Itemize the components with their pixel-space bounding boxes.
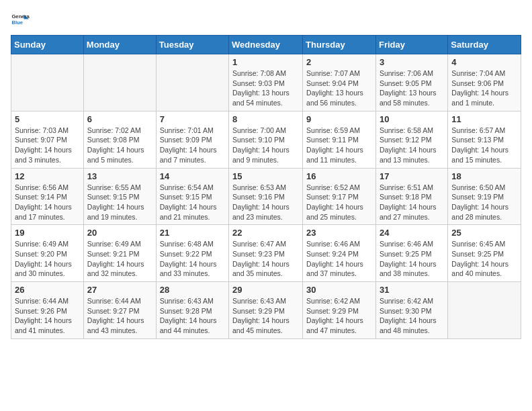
- day-info: Sunrise: 7:03 AM Sunset: 9:07 PM Dayligh…: [15, 126, 80, 165]
- day-info: Sunrise: 7:07 AM Sunset: 9:04 PM Dayligh…: [306, 68, 372, 108]
- calendar-table: SundayMondayTuesdayWednesdayThursdayFrid…: [11, 35, 521, 339]
- day-number: 29: [232, 285, 299, 295]
- calendar-cell: 20Sunrise: 6:49 AM Sunset: 9:21 PM Dayli…: [83, 225, 156, 282]
- day-number: 1: [232, 57, 299, 67]
- col-header-sunday: Sunday: [11, 36, 84, 54]
- day-number: 3: [380, 57, 444, 67]
- calendar-cell: 23Sunrise: 6:46 AM Sunset: 9:24 PM Dayli…: [303, 225, 376, 282]
- day-info: Sunrise: 7:06 AM Sunset: 9:05 PM Dayligh…: [380, 68, 444, 108]
- day-info: Sunrise: 6:53 AM Sunset: 9:16 PM Dayligh…: [232, 183, 299, 222]
- calendar-week-5: 26Sunrise: 6:44 AM Sunset: 9:26 PM Dayli…: [11, 282, 521, 339]
- calendar-cell: 19Sunrise: 6:49 AM Sunset: 9:20 PM Dayli…: [11, 225, 84, 282]
- day-info: Sunrise: 6:48 AM Sunset: 9:22 PM Dayligh…: [160, 239, 225, 279]
- calendar-cell: 31Sunrise: 6:42 AM Sunset: 9:30 PM Dayli…: [375, 282, 447, 339]
- calendar-cell: [156, 54, 228, 111]
- day-info: Sunrise: 6:46 AM Sunset: 9:25 PM Dayligh…: [380, 239, 444, 279]
- calendar-cell: 17Sunrise: 6:51 AM Sunset: 9:18 PM Dayli…: [375, 168, 447, 225]
- day-info: Sunrise: 6:55 AM Sunset: 9:15 PM Dayligh…: [87, 183, 152, 222]
- day-number: 24: [380, 228, 444, 238]
- day-info: Sunrise: 6:50 AM Sunset: 9:19 PM Dayligh…: [451, 183, 517, 222]
- calendar-cell: 1Sunrise: 7:08 AM Sunset: 9:03 PM Daylig…: [229, 54, 303, 111]
- calendar-cell: 16Sunrise: 6:52 AM Sunset: 9:17 PM Dayli…: [303, 168, 376, 225]
- day-number: 9: [306, 114, 372, 124]
- logo: General Blue: [11, 11, 30, 30]
- day-info: Sunrise: 6:49 AM Sunset: 9:20 PM Dayligh…: [15, 239, 80, 279]
- calendar-cell: 4Sunrise: 7:04 AM Sunset: 9:06 PM Daylig…: [448, 54, 521, 111]
- day-number: 27: [87, 285, 152, 295]
- day-info: Sunrise: 7:08 AM Sunset: 9:03 PM Dayligh…: [232, 68, 299, 108]
- day-info: Sunrise: 6:44 AM Sunset: 9:27 PM Dayligh…: [87, 296, 152, 336]
- calendar-cell: 7Sunrise: 7:01 AM Sunset: 9:09 PM Daylig…: [156, 111, 228, 168]
- calendar-cell: 30Sunrise: 6:42 AM Sunset: 9:29 PM Dayli…: [303, 282, 376, 339]
- col-header-thursday: Thursday: [303, 36, 376, 54]
- day-number: 10: [380, 114, 444, 124]
- day-info: Sunrise: 7:00 AM Sunset: 9:10 PM Dayligh…: [232, 126, 299, 165]
- calendar-cell: 24Sunrise: 6:46 AM Sunset: 9:25 PM Dayli…: [375, 225, 447, 282]
- day-info: Sunrise: 6:43 AM Sunset: 9:28 PM Dayligh…: [160, 296, 225, 336]
- day-number: 31: [380, 285, 444, 295]
- calendar-cell: 21Sunrise: 6:48 AM Sunset: 9:22 PM Dayli…: [156, 225, 228, 282]
- calendar-week-2: 5Sunrise: 7:03 AM Sunset: 9:07 PM Daylig…: [11, 111, 521, 168]
- calendar-cell: 5Sunrise: 7:03 AM Sunset: 9:07 PM Daylig…: [11, 111, 84, 168]
- day-number: 13: [87, 171, 152, 181]
- calendar-cell: 6Sunrise: 7:02 AM Sunset: 9:08 PM Daylig…: [83, 111, 156, 168]
- calendar-week-3: 12Sunrise: 6:56 AM Sunset: 9:14 PM Dayli…: [11, 168, 521, 225]
- day-info: Sunrise: 6:46 AM Sunset: 9:24 PM Dayligh…: [306, 239, 372, 279]
- calendar-cell: 18Sunrise: 6:50 AM Sunset: 9:19 PM Dayli…: [448, 168, 521, 225]
- calendar-cell: 2Sunrise: 7:07 AM Sunset: 9:04 PM Daylig…: [303, 54, 376, 111]
- day-info: Sunrise: 6:42 AM Sunset: 9:29 PM Dayligh…: [306, 296, 372, 336]
- svg-text:General: General: [11, 13, 30, 19]
- day-info: Sunrise: 6:49 AM Sunset: 9:21 PM Dayligh…: [87, 239, 152, 279]
- day-info: Sunrise: 6:44 AM Sunset: 9:26 PM Dayligh…: [15, 296, 80, 336]
- calendar-cell: 25Sunrise: 6:45 AM Sunset: 9:25 PM Dayli…: [448, 225, 521, 282]
- calendar-cell: 27Sunrise: 6:44 AM Sunset: 9:27 PM Dayli…: [83, 282, 156, 339]
- svg-text:Blue: Blue: [11, 19, 23, 26]
- day-info: Sunrise: 7:04 AM Sunset: 9:06 PM Dayligh…: [451, 68, 517, 108]
- calendar-cell: 9Sunrise: 6:59 AM Sunset: 9:11 PM Daylig…: [303, 111, 376, 168]
- day-info: Sunrise: 7:02 AM Sunset: 9:08 PM Dayligh…: [87, 126, 152, 165]
- calendar-cell: 26Sunrise: 6:44 AM Sunset: 9:26 PM Dayli…: [11, 282, 84, 339]
- col-header-monday: Monday: [83, 36, 156, 54]
- day-number: 22: [232, 228, 299, 238]
- day-number: 11: [451, 114, 517, 124]
- day-info: Sunrise: 6:42 AM Sunset: 9:30 PM Dayligh…: [380, 296, 444, 336]
- col-header-wednesday: Wednesday: [229, 36, 303, 54]
- logo-icon: General Blue: [11, 11, 30, 30]
- day-info: Sunrise: 6:47 AM Sunset: 9:23 PM Dayligh…: [232, 239, 299, 279]
- col-header-friday: Friday: [375, 36, 447, 54]
- day-info: Sunrise: 7:01 AM Sunset: 9:09 PM Dayligh…: [160, 126, 225, 165]
- calendar-cell: 11Sunrise: 6:57 AM Sunset: 9:13 PM Dayli…: [448, 111, 521, 168]
- day-number: 8: [232, 114, 299, 124]
- day-info: Sunrise: 6:51 AM Sunset: 9:18 PM Dayligh…: [380, 183, 444, 222]
- day-info: Sunrise: 6:57 AM Sunset: 9:13 PM Dayligh…: [451, 126, 517, 165]
- day-number: 2: [306, 57, 372, 67]
- day-number: 14: [160, 171, 225, 181]
- day-number: 19: [15, 228, 80, 238]
- day-info: Sunrise: 6:59 AM Sunset: 9:11 PM Dayligh…: [306, 126, 372, 165]
- day-number: 5: [15, 114, 80, 124]
- day-number: 12: [15, 171, 80, 181]
- calendar-week-4: 19Sunrise: 6:49 AM Sunset: 9:20 PM Dayli…: [11, 225, 521, 282]
- day-info: Sunrise: 6:43 AM Sunset: 9:29 PM Dayligh…: [232, 296, 299, 336]
- calendar-header-row: SundayMondayTuesdayWednesdayThursdayFrid…: [11, 36, 521, 54]
- calendar-cell: 13Sunrise: 6:55 AM Sunset: 9:15 PM Dayli…: [83, 168, 156, 225]
- calendar-week-1: 1Sunrise: 7:08 AM Sunset: 9:03 PM Daylig…: [11, 54, 521, 111]
- day-info: Sunrise: 6:45 AM Sunset: 9:25 PM Dayligh…: [451, 239, 517, 279]
- day-number: 7: [160, 114, 225, 124]
- calendar-cell: [11, 54, 84, 111]
- day-number: 16: [306, 171, 372, 181]
- calendar-cell: 10Sunrise: 6:58 AM Sunset: 9:12 PM Dayli…: [375, 111, 447, 168]
- day-number: 20: [87, 228, 152, 238]
- page-header: General Blue: [11, 11, 521, 30]
- col-header-tuesday: Tuesday: [156, 36, 228, 54]
- calendar-cell: [448, 282, 521, 339]
- day-info: Sunrise: 6:54 AM Sunset: 9:15 PM Dayligh…: [160, 183, 225, 222]
- day-number: 28: [160, 285, 225, 295]
- day-number: 15: [232, 171, 299, 181]
- day-number: 30: [306, 285, 372, 295]
- calendar-cell: 22Sunrise: 6:47 AM Sunset: 9:23 PM Dayli…: [229, 225, 303, 282]
- col-header-saturday: Saturday: [448, 36, 521, 54]
- calendar-cell: 8Sunrise: 7:00 AM Sunset: 9:10 PM Daylig…: [229, 111, 303, 168]
- calendar-cell: 29Sunrise: 6:43 AM Sunset: 9:29 PM Dayli…: [229, 282, 303, 339]
- day-number: 6: [87, 114, 152, 124]
